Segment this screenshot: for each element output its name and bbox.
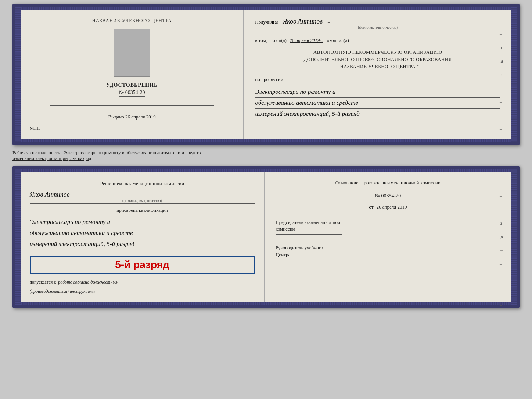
qual-text-2: обслуживанию автоматики и средств (30, 229, 133, 236)
vydano-line: Выдано 26 апреля 2019 (108, 114, 156, 120)
dash-4: ,а (500, 58, 504, 64)
between-line-2: измерений электростанций, 5-й разряд (12, 156, 520, 161)
top-deco-bar-2 (21, 169, 511, 172)
vydano-date: 26 апреля 2019 (125, 114, 156, 120)
rukovoditel-label: Руководитель учебного Центра (276, 245, 500, 258)
right-spine-deco (511, 7, 517, 142)
dash-1: – (500, 18, 504, 23)
ot-wrapper: от 26 апреля 2019 (276, 203, 500, 211)
dash-6: – (500, 86, 504, 91)
resheniem-line: Решением экзаменационной комиссии (30, 180, 255, 187)
dopuskaetsya-label: допускается к (30, 279, 56, 285)
osnovanie-text: Основание: протокол экзаменационной коми… (276, 180, 500, 186)
document-1: НАЗВАНИЕ УЧЕБНОГО ЦЕНТРА УДОСТОВЕРЕНИЕ №… (12, 4, 520, 145)
dash-r8: – (500, 275, 504, 281)
predsedatel-text: Председатель экзаменационной (276, 220, 340, 225)
dopuskaetsya-work: работе согласно должностным (58, 279, 118, 285)
book-inner-1: НАЗВАНИЕ УЧЕБНОГО ЦЕНТРА УДОСТОВЕРЕНИЕ №… (21, 7, 511, 142)
predsedatel-label: Председатель экзаменационной комиссии (276, 219, 500, 232)
bottom-deco-bar-2 (21, 302, 511, 305)
dash-r10: – (500, 302, 504, 308)
ot-date: 26 апреля 2019 (377, 204, 407, 211)
book-content-row-2: Решением экзаменационной комиссии Яков А… (21, 172, 511, 302)
resheniem-text: Решением экзаменационной комиссии (30, 180, 255, 187)
recipient-name: Яков Антипов (283, 18, 323, 25)
recipient-section: Получил(а) Яков Антипов – (фамилия, имя,… (255, 18, 500, 31)
qual-text-3: измерений электростанций, 5-й разряд (30, 241, 134, 247)
book-right-page: Получил(а) Яков Антипов – (фамилия, имя,… (244, 10, 511, 139)
dash-r9: – (500, 289, 504, 294)
left-spine-deco-2 (15, 169, 21, 305)
profession-line-3: измерений электростанций, 5-й разряд (255, 109, 500, 120)
dash-3: и (500, 45, 504, 50)
vtom-line: в том, что он(а) 26 апреля 2019г. окончи… (255, 38, 500, 43)
qual-line-1: Электрослесарь по ремонту и (30, 217, 255, 228)
qualification-block: Электрослесарь по ремонту и обслуживанию… (30, 217, 255, 250)
rukovoditel-text: Руководитель учебного (276, 245, 323, 250)
photo-placeholder (114, 29, 150, 77)
okonchil-label: окончил(а) (327, 38, 349, 43)
right-dashes: – – и ,а ← – – – – (500, 18, 504, 132)
org-line3: " НАЗВАНИЕ УЧЕБНОГО ЦЕНТРА " (255, 63, 500, 70)
predsedatel-block: Председатель экзаменационной комиссии (276, 219, 500, 236)
po-professii-label: по профессии (255, 76, 500, 82)
book-content-row: НАЗВАНИЕ УЧЕБНОГО ЦЕНТРА УДОСТОВЕРЕНИЕ №… (21, 10, 511, 139)
dash-r4: и (500, 221, 504, 226)
profession-block: Электрослесарь по ремонту и обслуживанию… (255, 87, 500, 120)
vtom-date: 26 апреля 2019г. (290, 38, 323, 43)
book-inner-2: Решением экзаменационной комиссии Яков А… (21, 169, 511, 305)
book2-right-page: Основание: протокол экзаменационной коми… (265, 172, 511, 302)
prisvoena-text: присвоена квалификация (30, 207, 255, 213)
razryad-badge: 5-й разряд (30, 256, 255, 274)
dopuskaetsya-block: допускается к работе согласно должностны… (30, 279, 255, 285)
top-deco-bar (21, 7, 511, 10)
center-name: НАЗВАНИЕ УЧЕБНОГО ЦЕНТРА (92, 18, 172, 24)
rukovoditel-block: Руководитель учебного Центра (276, 245, 500, 262)
bottom-deco-bar (21, 139, 511, 142)
between-line-2-text: измерений электростанций, 5-й разряд (12, 156, 91, 161)
right-dashes-2: – – – и ,а ← – – – – (500, 180, 504, 308)
udostoverenie-title: УДОСТОВЕРЕНИЕ (106, 82, 158, 88)
profession-line-1: Электрослесарь по ремонту и (255, 87, 500, 98)
org-line1: АВТОНОМНУЮ НЕКОММЕРЧЕСКУЮ ОРГАНИЗАЦИЮ (255, 49, 500, 56)
dash-2: – (500, 31, 504, 37)
dash-8: – (500, 113, 504, 118)
poluchil-label: Получил(а) (255, 19, 278, 25)
dash-r2: – (500, 193, 504, 199)
qual-text-1: Электрослесарь по ремонту и (30, 218, 110, 225)
between-text-block: Рабочая специальность - Электрослесарь п… (12, 148, 520, 163)
predsedatel-signature-line (276, 234, 342, 235)
document-2: Решением экзаменационной комиссии Яков А… (12, 166, 520, 308)
left-line-1 (50, 105, 214, 106)
org-line2: ДОПОЛНИТЕЛЬНОГО ПРОФЕССИОНАЛЬНОГО ОБРАЗО… (255, 56, 500, 63)
udostoverenie-num: № 00354-20 (119, 90, 145, 97)
udostoverenie-block: УДОСТОВЕРЕНИЕ № 00354-20 (106, 82, 158, 97)
tsentra-text: Центра (276, 252, 290, 257)
vydano-label: Выдано (108, 114, 124, 120)
left-spine-deco (15, 7, 21, 142)
razryad-badge-text: 5-й разряд (35, 259, 249, 271)
dash-r7: – (500, 261, 504, 267)
dash-right-1: – (328, 19, 330, 25)
rukovoditel-signature-line (276, 260, 342, 260)
dash-r3: – (500, 207, 504, 213)
dash-r6: ← (500, 248, 504, 253)
instruktsii-text: (производственным) инструкциям (30, 289, 255, 294)
person-name: Яков Антипов (30, 191, 255, 199)
fio-subtitle: (фамилия, имя, отчество) (255, 25, 500, 29)
ot-label: от (369, 204, 374, 210)
protocol-num: № 00354-20 (276, 193, 500, 199)
between-line-1: Рабочая специальность - Электрослесарь п… (12, 150, 520, 156)
profession-line-2: обслуживанию автоматики и средств (255, 98, 500, 109)
name-line-b2: Яков Антипов (фамилия, имя, отчество) (30, 191, 255, 204)
dash-9: – (500, 127, 504, 132)
right-spine-deco-2 (511, 169, 517, 305)
mp-line: М.П. (30, 125, 40, 131)
dash-5: ← (500, 72, 504, 78)
qual-line-2: обслуживанию автоматики и средств (30, 228, 255, 239)
dash-7: – (500, 99, 504, 105)
vtom-label: в том, что он(а) (255, 38, 287, 43)
dash-r5: ,а (500, 234, 504, 240)
qual-line-3: измерений электростанций, 5-й разряд (30, 239, 255, 250)
book2-left-page: Решением экзаменационной комиссии Яков А… (21, 172, 265, 302)
